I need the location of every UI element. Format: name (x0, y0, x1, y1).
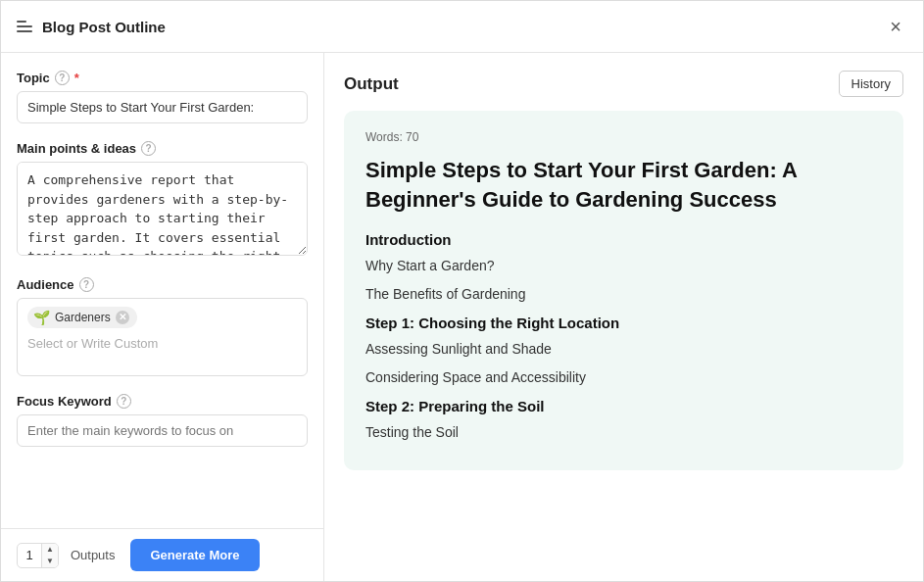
output-header: Output History (344, 71, 903, 97)
blog-section-introduction: Introduction (365, 231, 882, 248)
blog-step2-heading: Step 2: Preparing the Soil (365, 398, 882, 414)
outputs-stepper: 1 ▲ ▼ (17, 543, 59, 568)
menu-icon (17, 21, 32, 32)
left-panel: Topic ? * Main points & ideas ? A compre… (1, 53, 324, 528)
history-button[interactable]: History (839, 71, 903, 97)
output-card: Words: 70 Simple Steps to Start Your Fir… (344, 111, 903, 470)
stepper-down[interactable]: ▼ (42, 556, 58, 567)
bottom-bar: 1 ▲ ▼ Outputs Generate More (1, 528, 324, 581)
word-count: Words: 70 (365, 130, 882, 144)
stepper-up[interactable]: ▲ (42, 544, 58, 556)
right-panel: Output History Words: 70 Simple Steps to… (324, 53, 923, 528)
generate-button[interactable]: Generate More (130, 539, 259, 571)
blog-item-testing: Testing the Soil (365, 422, 882, 443)
blog-title: Simple Steps to Start Your First Garden:… (365, 156, 882, 214)
topic-input[interactable] (17, 91, 308, 123)
audience-tag-remove[interactable]: ✕ (116, 311, 129, 324)
required-star: * (74, 71, 79, 85)
main-layout: Topic ? * Main points & ideas ? A compre… (1, 53, 923, 528)
audience-field: Audience ? 🌱 Gardeners ✕ Select or Write… (17, 277, 308, 376)
audience-box[interactable]: 🌱 Gardeners ✕ Select or Write Custom (17, 298, 308, 376)
app-header: Blog Post Outline × (1, 1, 923, 53)
audience-label: Audience ? (17, 277, 308, 292)
focus-keyword-field: Focus Keyword ? (17, 394, 308, 447)
blog-step1-heading: Step 1: Choosing the Right Location (365, 315, 882, 331)
audience-tag-label: Gardeners (55, 311, 111, 324)
topic-help-icon[interactable]: ? (55, 71, 70, 85)
blog-item-benefits: The Benefits of Gardening (365, 284, 882, 305)
header-left: Blog Post Outline (17, 19, 166, 35)
focus-keyword-help-icon[interactable]: ? (117, 394, 131, 409)
focus-keyword-input[interactable] (17, 414, 308, 447)
main-points-field: Main points & ideas ? A comprehensive re… (17, 141, 308, 260)
blog-item-why: Why Start a Garden? (365, 256, 882, 276)
outputs-value: 1 (18, 544, 41, 566)
topic-label: Topic ? * (17, 71, 308, 85)
main-points-textarea[interactable]: A comprehensive report that provides gar… (17, 162, 308, 256)
focus-keyword-label: Focus Keyword ? (17, 394, 308, 409)
topic-field: Topic ? * (17, 71, 308, 123)
main-points-help-icon[interactable]: ? (141, 141, 156, 156)
audience-tag-icon: 🌱 (33, 310, 50, 325)
audience-help-icon[interactable]: ? (79, 277, 94, 292)
audience-tag: 🌱 Gardeners ✕ (27, 307, 137, 328)
blog-item-sunlight: Assessing Sunlight and Shade (365, 339, 882, 360)
close-button[interactable]: × (884, 15, 907, 38)
output-title: Output (344, 74, 399, 94)
audience-placeholder: Select or Write Custom (27, 336, 297, 351)
stepper-arrows: ▲ ▼ (41, 544, 58, 567)
app-title: Blog Post Outline (42, 19, 166, 35)
main-points-label: Main points & ideas ? (17, 141, 308, 156)
outputs-label: Outputs (71, 548, 116, 562)
blog-item-space: Considering Space and Accessibility (365, 367, 882, 388)
